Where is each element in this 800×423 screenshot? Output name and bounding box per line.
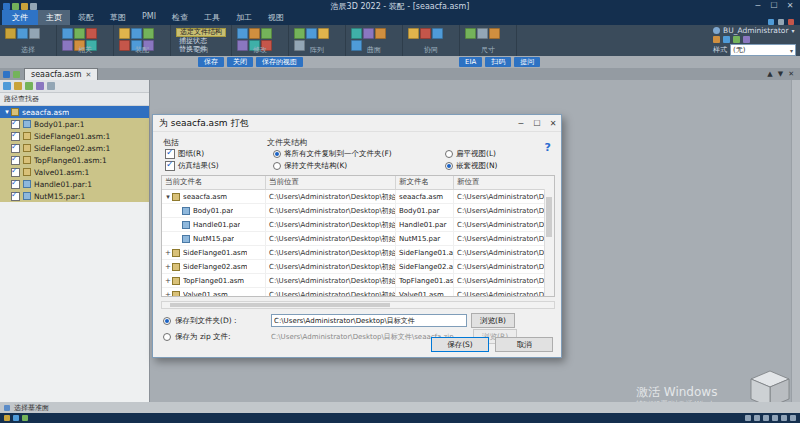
browse-folder-button[interactable]: 浏览(B): [471, 313, 515, 328]
grid-toggle-icon[interactable]: [4, 415, 10, 421]
ribbon-icon[interactable]: [432, 28, 443, 39]
ribbon-icon[interactable]: [131, 28, 142, 39]
column-header[interactable]: 当前文件名: [162, 176, 266, 189]
ribbon-icon[interactable]: [477, 28, 488, 39]
checkbox-icon[interactable]: [165, 149, 175, 159]
save-folder-path-input[interactable]: [271, 314, 467, 327]
checkbox-icon[interactable]: [11, 180, 20, 189]
pathfinder-tab-icon[interactable]: [3, 82, 11, 90]
ribbon-icon[interactable]: [62, 28, 73, 39]
tab-主页[interactable]: 主页: [38, 10, 70, 25]
tab-加工[interactable]: 加工: [228, 10, 260, 25]
maximize-icon[interactable]: ☐: [766, 0, 782, 12]
cloud-icon[interactable]: [723, 36, 730, 43]
dialog-close-icon[interactable]: ✕: [545, 116, 561, 131]
checkbox-icon[interactable]: [11, 120, 20, 129]
sync-icon[interactable]: [733, 36, 740, 43]
include-drawings-checkbox[interactable]: 图纸(R): [165, 149, 204, 159]
minimize-icon[interactable]: ─: [750, 0, 766, 12]
new-document-icon[interactable]: [13, 71, 20, 78]
zoom-out-icon[interactable]: [754, 415, 760, 421]
command-pill[interactable]: 提问: [514, 57, 540, 67]
tab-PMI[interactable]: PMI: [134, 10, 164, 25]
column-header[interactable]: 新位置: [454, 176, 546, 189]
tree-item[interactable]: NutM15.par:1: [0, 190, 149, 202]
table-row[interactable]: Body01.parC:\Users\Administrator\Desktop…: [162, 204, 554, 218]
expander-icon[interactable]: +: [164, 249, 172, 257]
ribbon-icon[interactable]: [29, 28, 40, 39]
column-header[interactable]: 新文件名: [396, 176, 454, 189]
selection-tab-icon[interactable]: [47, 82, 55, 90]
keep-folder-structure-radio[interactable]: 保持文件夹结构(K): [273, 161, 347, 171]
ribbon-icon[interactable]: [237, 28, 248, 39]
chevron-down-icon[interactable]: ▾: [792, 27, 795, 34]
ribbon-icon[interactable]: [306, 28, 317, 39]
ribbon-icon[interactable]: [351, 28, 362, 39]
scroll-down-icon[interactable]: ▼: [778, 70, 783, 78]
scrollbar-thumb[interactable]: [170, 303, 390, 307]
file-tab[interactable]: 文件: [2, 10, 38, 25]
ribbon-button[interactable]: 选定文件结构: [176, 28, 226, 37]
ribbon-icon[interactable]: [249, 28, 260, 39]
radio-icon[interactable]: [445, 162, 453, 170]
column-header[interactable]: 当前位置: [266, 176, 396, 189]
zoom-in-icon[interactable]: [745, 415, 751, 421]
table-row[interactable]: NutM15.parC:\Users\Administrator\Desktop…: [162, 232, 554, 246]
dialog-help-icon[interactable]: ?: [545, 141, 551, 154]
checkbox-icon[interactable]: [11, 192, 20, 201]
table-horizontal-scrollbar[interactable]: [161, 301, 555, 309]
tree-item[interactable]: TopFlange01.asm:1: [0, 154, 149, 166]
table-row[interactable]: Handle01.parC:\Users\Administrator\Deskt…: [162, 218, 554, 232]
library-tab-icon[interactable]: [14, 82, 22, 90]
close-icon[interactable]: ✕: [782, 0, 798, 12]
table-vertical-scrollbar[interactable]: [544, 189, 554, 296]
table-row[interactable]: ▾seaacfa.asmC:\Users\Administrator\Deskt…: [162, 190, 554, 204]
command-pill[interactable]: EIA: [459, 57, 482, 67]
ribbon-icon[interactable]: [465, 28, 476, 39]
dialog-title-bar[interactable]: 为 seaacfa.asm 打包 ─ ☐ ✕: [153, 115, 561, 132]
table-row[interactable]: +Valve01.asmC:\Users\Administrator\Deskt…: [162, 288, 554, 297]
expander-icon[interactable]: +: [164, 263, 172, 271]
expander-icon[interactable]: ▾: [164, 193, 172, 201]
close-view-icon[interactable]: ✕: [788, 70, 794, 78]
tree-item[interactable]: Body01.par:1: [0, 118, 149, 130]
command-pill[interactable]: 保存: [198, 57, 224, 67]
gear-icon[interactable]: [743, 36, 750, 43]
checkbox-icon[interactable]: [11, 156, 20, 165]
checkbox-icon[interactable]: [165, 161, 175, 171]
include-simulation-checkbox[interactable]: 仿真结果(S): [165, 161, 219, 171]
pan-icon[interactable]: [772, 415, 778, 421]
save-button[interactable]: 保存(S): [431, 337, 489, 352]
style-combobox[interactable]: (无) ▾: [730, 44, 796, 56]
expander-icon[interactable]: +: [164, 277, 172, 285]
tab-装配[interactable]: 装配: [70, 10, 102, 25]
flat-view-radio[interactable]: 扁平视图(L): [445, 149, 496, 159]
checkbox-icon[interactable]: [11, 132, 20, 141]
tree-item[interactable]: ▾seaacfa.asm: [0, 106, 149, 118]
nested-view-radio[interactable]: 嵌套视图(N): [445, 161, 497, 171]
table-row[interactable]: +TopFlange01.asmC:\Users\Administrator\D…: [162, 274, 554, 288]
ortho-toggle-icon[interactable]: [22, 415, 28, 421]
rotate-view-icon[interactable]: [781, 415, 787, 421]
checkbox-icon[interactable]: [11, 144, 20, 153]
radio-icon[interactable]: [445, 150, 453, 158]
tab-草图[interactable]: 草图: [102, 10, 134, 25]
tree-item[interactable]: Valve01.asm:1: [0, 166, 149, 178]
tree-item[interactable]: SideFlange02.asm:1: [0, 142, 149, 154]
ribbon-icon[interactable]: [74, 28, 85, 39]
document-tab-seaacfa[interactable]: seaacfa.asm ✕: [24, 68, 98, 80]
ribbon-icon[interactable]: [261, 28, 272, 39]
fit-view-icon[interactable]: [763, 415, 769, 421]
cancel-button[interactable]: 取消: [495, 337, 553, 352]
tab-工具[interactable]: 工具: [196, 10, 228, 25]
command-pill[interactable]: 关闭: [227, 57, 253, 67]
view-styles-icon[interactable]: [790, 415, 796, 421]
command-pill[interactable]: 扫码: [485, 57, 511, 67]
save-as-zip-radio[interactable]: [163, 333, 171, 341]
ribbon-icon[interactable]: [5, 28, 16, 39]
user-account-button[interactable]: BU_Administrator ▾: [713, 26, 796, 35]
scrollbar-thumb[interactable]: [546, 197, 552, 237]
ribbon-icon[interactable]: [294, 28, 305, 39]
table-row[interactable]: +SideFlange02.asmC:\Users\Administrator\…: [162, 260, 554, 274]
ribbon-icon[interactable]: [408, 28, 419, 39]
